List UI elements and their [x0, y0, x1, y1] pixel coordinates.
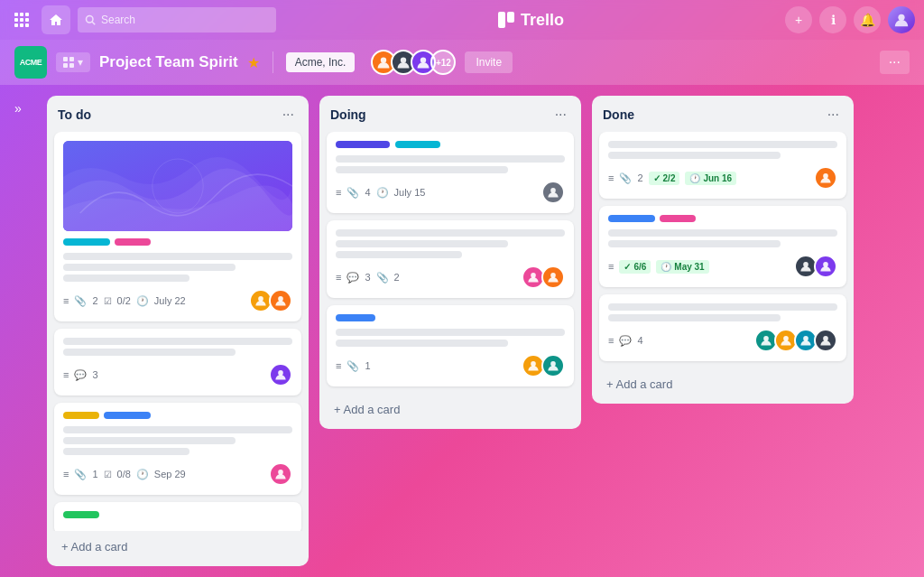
attachment-count: 1	[365, 360, 370, 371]
star-icon[interactable]: ★	[247, 54, 260, 71]
due-date: July 15	[394, 187, 426, 198]
card-member-avatars	[541, 181, 565, 204]
board-title[interactable]: Project Team Spirit	[99, 53, 238, 71]
checklist-icon: ☑	[104, 296, 112, 306]
info-button[interactable]: ℹ	[819, 6, 846, 33]
todo-card-1[interactable]: ≡ 📎 2 ☑ 0/2 🕐 July 22	[54, 132, 301, 321]
card-member-avatars	[794, 255, 837, 278]
add-button[interactable]: +	[785, 6, 812, 33]
board-more-button[interactable]: ···	[880, 51, 910, 74]
member-count-badge[interactable]: +12	[430, 50, 456, 75]
svg-rect-12	[507, 12, 514, 23]
column-todo-more[interactable]: ···	[279, 105, 298, 125]
card-content-lines	[336, 329, 565, 347]
board-type-dropdown[interactable]: ▾	[56, 52, 90, 72]
svg-line-10	[92, 22, 95, 24]
checklist-badge: ✓ 2/2	[649, 172, 680, 185]
svg-point-9	[87, 16, 94, 23]
doing-progress-bars	[336, 141, 565, 148]
svg-point-29	[550, 273, 556, 278]
tag-blue	[104, 412, 151, 419]
column-doing-header: Doing ···	[319, 96, 581, 132]
menu-icon: ≡	[608, 335, 614, 346]
done-card-2[interactable]: ≡ ✓ 6/6 🕐 May 31	[599, 206, 846, 287]
svg-point-25	[278, 370, 283, 376]
todo-add-card[interactable]: + Add a card	[54, 535, 301, 559]
done-card-3[interactable]: ≡ 💬 4	[599, 294, 846, 361]
menu-icon: ≡	[336, 360, 341, 371]
card-member-avatars	[754, 329, 837, 352]
card-avatar-2[interactable]	[541, 265, 565, 289]
todo-card-2[interactable]: ≡ 💬 3	[54, 329, 301, 396]
done-add-card[interactable]: + Add a card	[599, 372, 846, 396]
card-avatar-2[interactable]	[814, 255, 837, 278]
checklist-icon-done: ✓	[653, 173, 661, 183]
doing-card-3[interactable]: ≡ 📎 1	[327, 305, 574, 386]
svg-rect-16	[63, 63, 68, 68]
column-done-more[interactable]: ···	[824, 105, 843, 125]
svg-rect-14	[63, 57, 68, 61]
card-avatar-1[interactable]	[269, 462, 292, 486]
done-card-1[interactable]: ≡ 📎 2 ✓ 2/2 🕐 Jun 16	[599, 132, 846, 199]
acme-logo: ACME	[14, 46, 47, 79]
clock-icon: 🕐	[136, 295, 149, 307]
due-date: Sep 29	[154, 469, 186, 479]
notifications-button[interactable]: 🔔	[854, 6, 881, 33]
svg-point-33	[803, 262, 808, 267]
doing-add-card[interactable]: + Add a card	[327, 397, 574, 422]
workspace-label[interactable]: Acme, Inc.	[286, 52, 356, 72]
card-member-avatars	[269, 363, 292, 386]
attachment-icon: 📎	[376, 272, 389, 284]
board-content: » To do ···	[0, 85, 924, 577]
card-content-lines	[63, 426, 292, 455]
card-avatar-2[interactable]	[269, 289, 292, 312]
column-doing-more[interactable]: ···	[551, 105, 570, 125]
attachment-count: 2	[394, 272, 400, 283]
user-avatar[interactable]	[888, 6, 915, 33]
card-avatar-1[interactable]	[541, 181, 565, 204]
card-meta: ≡ 📎 2 ☑ 0/2 🕐 July 22	[63, 289, 292, 312]
svg-point-19	[401, 57, 406, 62]
date-badge: 🕐 May 31	[656, 260, 708, 274]
column-doing-cards: ≡ 📎 4 🕐 July 15	[319, 132, 581, 394]
svg-point-37	[803, 336, 808, 341]
svg-rect-7	[20, 23, 23, 27]
clock-icon: 🕐	[376, 187, 389, 199]
svg-point-26	[278, 470, 283, 475]
attachment-icon: 📎	[346, 360, 359, 372]
home-button[interactable]	[42, 5, 70, 34]
svg-rect-8	[25, 23, 29, 27]
doing-card-1[interactable]: ≡ 📎 4 🕐 July 15	[327, 132, 574, 213]
svg-point-27	[550, 188, 556, 193]
card-avatar-2[interactable]	[541, 354, 565, 377]
comment-count: 3	[92, 369, 97, 380]
card-avatar-4[interactable]	[814, 329, 837, 352]
due-date: July 22	[154, 295, 186, 306]
card-avatar-1[interactable]	[269, 363, 292, 386]
column-doing: Doing ··· ≡ 📎 4 🕐 July 15	[319, 96, 581, 429]
invite-button[interactable]: Invite	[465, 51, 513, 73]
menu-icon: ≡	[608, 172, 614, 183]
column-todo-cards: ≡ 📎 2 ☑ 0/2 🕐 July 22	[47, 132, 309, 531]
svg-rect-15	[69, 57, 74, 61]
svg-rect-2	[25, 13, 29, 16]
attachment-icon: 📎	[74, 295, 87, 307]
svg-rect-6	[14, 23, 18, 27]
card-avatar-1[interactable]	[814, 166, 837, 190]
svg-rect-4	[20, 18, 23, 22]
card-content-lines	[608, 303, 837, 321]
grid-icon[interactable]	[9, 7, 34, 33]
svg-rect-17	[69, 63, 74, 68]
column-done-cards: ≡ 📎 2 ✓ 2/2 🕐 Jun 16	[592, 132, 854, 368]
comment-count: 4	[637, 335, 642, 346]
sidebar-toggle[interactable]: »	[14, 96, 36, 116]
todo-card-3[interactable]: ≡ 📎 1 ☑ 0/8 🕐 Sep 29	[54, 403, 301, 495]
card-tags	[608, 215, 837, 222]
todo-card-4[interactable]	[54, 502, 301, 531]
checklist-badge: ✓ 6/6	[619, 260, 651, 274]
search-bar[interactable]: Search	[78, 7, 276, 33]
card-tags	[63, 511, 292, 518]
card-meta: ≡ 💬 3	[63, 363, 292, 386]
tag-cyan	[63, 238, 110, 246]
doing-card-2[interactable]: ≡ 💬 3 📎 2	[327, 220, 574, 298]
